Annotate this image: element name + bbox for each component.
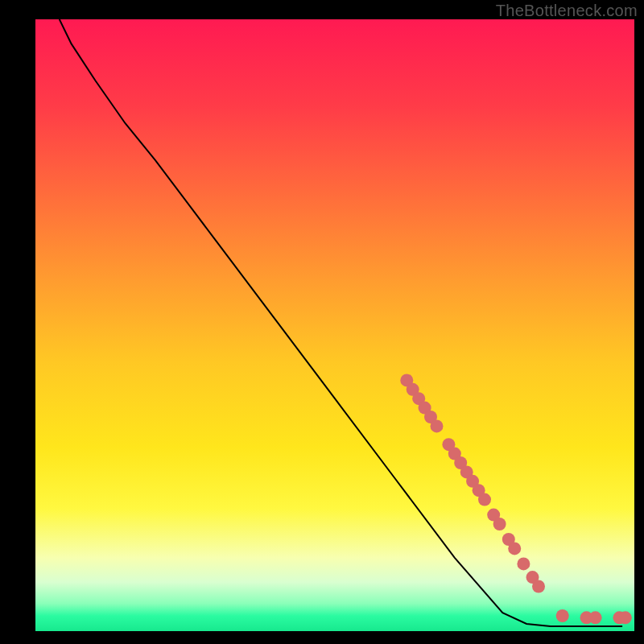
plot-area	[35, 19, 634, 631]
data-point	[508, 542, 521, 555]
watermark-label: TheBottleneck.com	[496, 2, 638, 20]
data-point	[478, 493, 491, 506]
data-point	[589, 611, 602, 624]
data-point	[556, 609, 569, 622]
data-markers	[400, 374, 632, 624]
chart-frame: TheBottleneck.com	[0, 0, 644, 644]
data-point	[431, 419, 444, 432]
data-point	[619, 611, 632, 624]
bottleneck-curve	[60, 19, 622, 626]
data-point	[493, 518, 506, 530]
data-point	[532, 580, 545, 593]
chart-overlay	[35, 19, 634, 631]
data-point	[517, 557, 530, 570]
